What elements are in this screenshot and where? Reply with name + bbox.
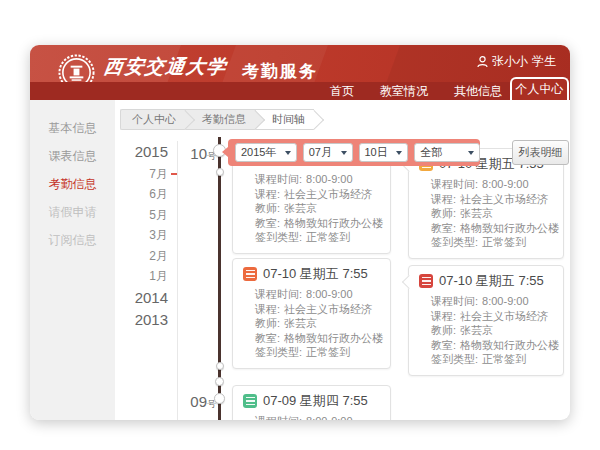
sidebar-item[interactable]: 请假申请: [30, 198, 115, 226]
field-value: 格物致知行政办公楼: [460, 222, 559, 234]
field-label: 课程时间:: [255, 173, 302, 185]
timeline-year-label[interactable]: 2013: [122, 309, 168, 332]
field-value: 张芸京: [284, 317, 317, 329]
field-label: 课程时间:: [255, 288, 302, 300]
field-value: 8:00-9:00: [482, 178, 528, 190]
attendance-card: 07-10 星期五 7:55 课程时间:8:00-9:00课程:社会主义市场经济…: [232, 258, 391, 369]
sidebar-item[interactable]: 课表信息: [30, 142, 115, 170]
status-stamp-icon: [419, 274, 433, 288]
card-field: 课程时间:8:00-9:00: [243, 414, 380, 420]
card-rows: 课程时间:8:00-9:00课程:社会主义市场经济教师:张芸京教室:格物致知行政…: [243, 172, 380, 245]
timeline-month-label[interactable]: 1月: [122, 266, 168, 287]
field-label: 教师:: [255, 317, 280, 329]
university-name-cn: 西安交通大学: [102, 54, 229, 80]
field-label: 教师:: [431, 324, 456, 336]
sidebar-item[interactable]: 基本信息: [30, 114, 115, 142]
sidebar-item[interactable]: 订阅信息: [30, 226, 115, 254]
field-value: 张芸京: [460, 207, 493, 219]
card-header: 07-10 星期五 7:55: [243, 265, 380, 283]
nav-item[interactable]: 首页: [330, 83, 354, 100]
field-value: 格物致知行政办公楼: [284, 217, 383, 229]
field-value: 社会主义市场经济: [460, 193, 548, 205]
app-header: 西安交通大学 XI'AN JIAO TONG UNIVERSITY 考勤服务 张…: [30, 45, 570, 100]
day-marker-10: 10号: [180, 145, 216, 163]
card-field: 签到类型:正常签到: [243, 345, 380, 360]
nav-item[interactable]: 教室情况: [380, 83, 428, 100]
card-title: 07-10 星期五 7:55: [263, 265, 368, 283]
day-number: 09: [190, 393, 207, 410]
month-select[interactable]: 07月: [303, 143, 353, 162]
timeline-node: [216, 362, 224, 370]
field-value: 8:00-9:00: [306, 415, 352, 420]
card-title: 07-10 星期五 7:55: [439, 272, 544, 290]
day-number: 10: [190, 145, 207, 162]
year-select[interactable]: 2015年: [235, 143, 297, 162]
timeline-year-label[interactable]: 2015: [122, 141, 168, 164]
day-select[interactable]: 10日: [359, 143, 409, 162]
card-field: 教师:张芸京: [243, 201, 380, 216]
field-value: 正常签到: [306, 231, 350, 243]
field-label: 课程时间:: [431, 178, 478, 190]
field-label: 教室:: [431, 222, 456, 234]
user-role: 学生: [532, 53, 556, 70]
breadcrumb: 个人中心考勤信息时间轴: [120, 109, 314, 130]
page-title: 考勤服务: [242, 60, 318, 83]
card-title: 07-09 星期四 7:55: [263, 392, 368, 410]
field-value: 8:00-9:00: [482, 295, 528, 307]
card-field: 教师:张芸京: [419, 323, 553, 338]
user-icon: [477, 56, 488, 68]
card-field: 签到类型:正常签到: [243, 230, 380, 245]
field-label: 课程:: [255, 188, 280, 200]
field-value: 正常签到: [482, 353, 526, 365]
field-label: 课程时间:: [431, 295, 478, 307]
field-label: 签到类型:: [431, 236, 478, 248]
card-field: 教室:格物致知行政办公楼: [243, 331, 380, 346]
breadcrumb-item[interactable]: 个人中心: [120, 109, 185, 130]
field-value: 格物致知行政办公楼: [460, 339, 559, 351]
field-value: 张芸京: [460, 324, 493, 336]
sidebar-item[interactable]: 考勤信息: [30, 170, 115, 198]
type-select[interactable]: 全部: [414, 143, 480, 162]
card-rows: 课程时间:8:00-9:00课程:社会主义市场经济教师:张芸京教室:格物致知行政…: [419, 177, 553, 250]
card-field: 签到类型:正常签到: [419, 352, 553, 367]
field-label: 教室:: [255, 332, 280, 344]
timeline-month-label[interactable]: 3月: [122, 225, 168, 246]
field-label: 课程:: [431, 193, 456, 205]
timeline-month-label[interactable]: 7月: [122, 164, 168, 185]
nav-items: 首页教室情况其他信息: [330, 82, 502, 100]
field-value: 8:00-9:00: [306, 173, 352, 185]
card-field: 课程时间:8:00-9:00: [243, 172, 380, 187]
field-label: 签到类型:: [431, 353, 478, 365]
nav-item[interactable]: 其他信息: [454, 83, 502, 100]
field-value: 正常签到: [306, 346, 350, 358]
field-label: 签到类型:: [255, 231, 302, 243]
field-label: 教室:: [255, 217, 280, 229]
timeline-month-label[interactable]: 5月: [122, 205, 168, 226]
card-header: 07-10 星期五 7:55: [419, 272, 553, 290]
field-value: 张芸京: [284, 202, 317, 214]
filter-bar: 2015年 07月 10日 全部: [228, 139, 480, 166]
card-field: 课程:社会主义市场经济: [419, 309, 553, 324]
list-detail-button[interactable]: 列表明细: [512, 140, 569, 165]
day-select-value: 10日: [365, 145, 388, 160]
card-rows: 课程时间:8:00-9:00课程:社会主义市场经济教师:张芸京教室:格物致知行政…: [243, 287, 380, 360]
user-info[interactable]: 张小小 学生: [477, 53, 556, 70]
card-field: 教室:格物致知行政办公楼: [243, 216, 380, 231]
status-stamp-icon: [243, 267, 257, 281]
status-stamp-icon: [243, 394, 257, 408]
card-field: 教师:张芸京: [243, 316, 380, 331]
timeline-month-label[interactable]: 2月: [122, 246, 168, 267]
card-field: 教室:格物致知行政办公楼: [419, 221, 553, 236]
field-label: 教师:: [255, 202, 280, 214]
chevron-down-icon: [285, 151, 291, 155]
nav-tab-personal-center[interactable]: 个人中心: [510, 77, 569, 100]
field-value: 社会主义市场经济: [284, 188, 372, 200]
timeline-month-label[interactable]: 6月: [122, 184, 168, 205]
card-rows: 课程时间:8:00-9:00课程:社会主义市场经济教师:张芸京教室:格物致知行政…: [243, 414, 380, 420]
field-label: 教室:: [431, 339, 456, 351]
field-label: 教师:: [431, 207, 456, 219]
day-marker-09: 09号: [180, 393, 216, 411]
timeline-year-label[interactable]: 2014: [122, 287, 168, 310]
card-arrow: [401, 275, 415, 289]
timeline-node: [216, 168, 224, 176]
